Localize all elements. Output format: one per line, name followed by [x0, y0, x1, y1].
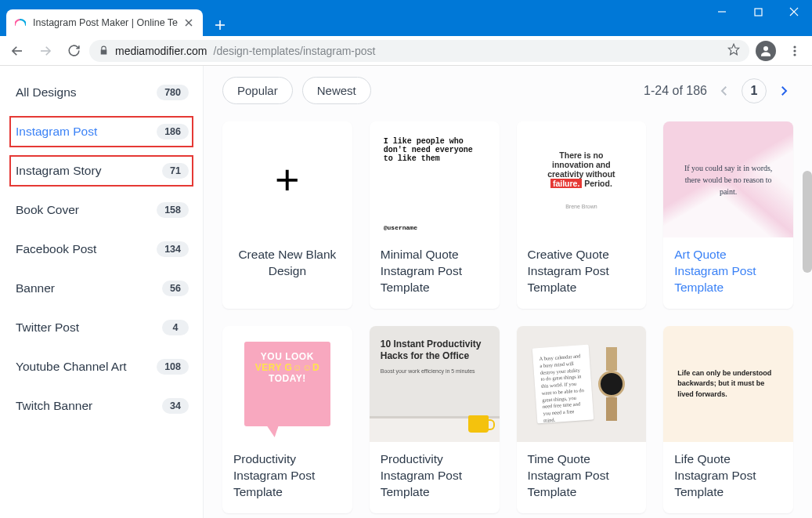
sidebar-item-count: 780	[157, 85, 189, 100]
sidebar-item-count: 71	[162, 163, 189, 179]
card-life-quote[interactable]: Life can only be understood backwards; b…	[663, 326, 793, 513]
sidebar-item-label: Instagram Post	[16, 125, 97, 139]
svg-point-13	[793, 49, 796, 52]
window-close-button[interactable]	[776, 0, 812, 24]
browser-tabs: Instagram Post Maker | Online Te	[0, 0, 704, 36]
sidebar-item-all-designs[interactable]: All Designs780	[9, 77, 193, 108]
sidebar-item-label: Twitter Post	[16, 321, 79, 335]
sidebar-item-count: 134	[157, 241, 189, 257]
card-create-blank[interactable]: + Create New Blank Design	[222, 121, 352, 309]
svg-point-11	[763, 46, 768, 51]
sidebar-item-twitter-post[interactable]: Twitter Post4	[9, 312, 193, 343]
sidebar-item-count: 186	[157, 124, 189, 139]
sidebar-item-label: Instagram Story	[16, 164, 101, 178]
main-area: Popular Newest 1-24 of 186 1 + Create Ne…	[204, 66, 812, 518]
sidebar-item-label: All Designs	[16, 85, 77, 100]
url-host: mediamodifier.com	[115, 45, 208, 57]
nav-forward-button[interactable]	[33, 38, 58, 63]
svg-point-12	[793, 45, 796, 48]
sidebar-item-count: 158	[157, 202, 189, 218]
pager-range: 1-24 of 186	[644, 84, 707, 98]
browser-menu-button[interactable]	[782, 38, 807, 63]
card-time-quote[interactable]: A busy calendar and a busy mind will des…	[517, 326, 647, 513]
plus-icon: +	[275, 155, 300, 204]
sidebar-item-label: Book Cover	[16, 203, 79, 217]
sidebar-item-instagram-story[interactable]: Instagram Story71	[9, 155, 193, 187]
tab-favicon	[14, 16, 27, 29]
sidebar-item-count: 108	[157, 359, 189, 375]
sidebar-item-count: 4	[162, 320, 189, 335]
sidebar-item-label: Facebook Post	[16, 242, 96, 256]
address-bar[interactable]: mediamodifier.com/design-templates/insta…	[89, 40, 749, 62]
filter-newest[interactable]: Newest	[302, 77, 371, 104]
pagination: 1-24 of 186 1	[644, 78, 793, 103]
card-thumb: I like people who don't need everyone to…	[370, 121, 500, 237]
svg-point-14	[793, 53, 796, 56]
sidebar-item-youtube-channel-art[interactable]: Youtube Channel Art108	[9, 351, 193, 382]
card-thumb: If you could say it in words, there woul…	[663, 121, 793, 237]
card-creative-quote[interactable]: There is no innovation and creativity wi…	[517, 121, 647, 309]
svg-marker-10	[728, 44, 738, 54]
window-minimize-button[interactable]	[704, 0, 740, 24]
card-thumb: There is no innovation and creativity wi…	[517, 121, 647, 237]
tab-close-icon[interactable]	[182, 16, 195, 29]
card-title: Minimal Quote Instagram Post Template	[381, 247, 489, 296]
thumb-username: @username	[384, 224, 485, 231]
sidebar-item-instagram-post[interactable]: Instagram Post186	[9, 116, 193, 147]
bookmark-star-icon[interactable]	[727, 43, 740, 58]
pager-current-page[interactable]: 1	[742, 78, 767, 103]
pager-prev-button[interactable]	[715, 82, 734, 100]
profile-avatar[interactable]	[756, 41, 776, 61]
card-title: Art Quote Instagram Post Template	[674, 247, 782, 296]
sidebar-item-count: 56	[162, 281, 189, 296]
nav-reload-button[interactable]	[61, 38, 86, 63]
sidebar-item-twitch-banner[interactable]: Twitch Banner34	[9, 390, 193, 422]
card-title: Create New Blank Design	[233, 247, 341, 280]
card-title: Productivity Instagram Post Template	[233, 451, 341, 501]
card-minimal-quote[interactable]: I like people who don't need everyone to…	[370, 121, 500, 309]
window-maximize-button[interactable]	[740, 0, 776, 24]
filter-popular[interactable]: Popular	[222, 77, 293, 104]
card-thumb: A busy calendar and a busy mind will des…	[517, 326, 647, 442]
card-thumb: 10 Instant Productivity Hacks for the Of…	[370, 326, 500, 442]
window-titlebar: Instagram Post Maker | Online Te	[0, 0, 812, 36]
card-title: Productivity Instagram Post Template	[381, 451, 489, 501]
card-productivity-pink[interactable]: YOU LOOK VERY G☺☺D TODAY! Productivity I…	[222, 326, 352, 513]
url-path: /design-templates/instagram-post	[214, 45, 376, 57]
nav-back-button[interactable]	[5, 38, 30, 63]
template-grid: + Create New Blank Design I like people …	[222, 121, 793, 513]
pager-next-button[interactable]	[774, 82, 793, 100]
card-art-quote[interactable]: If you could say it in words, there woul…	[663, 121, 793, 309]
card-thumb: YOU LOOK VERY G☺☺D TODAY!	[222, 326, 352, 442]
sidebar-item-book-cover[interactable]: Book Cover158	[9, 194, 193, 226]
sidebar-item-label: Twitch Banner	[16, 399, 92, 413]
sidebar-item-label: Youtube Channel Art	[16, 360, 127, 374]
card-productivity-office[interactable]: 10 Instant Productivity Hacks for the Of…	[370, 326, 500, 513]
browser-tab-active[interactable]: Instagram Post Maker | Online Te	[6, 9, 203, 36]
sidebar-item-count: 34	[162, 398, 189, 414]
sidebar-item-facebook-post[interactable]: Facebook Post134	[9, 234, 193, 265]
category-sidebar: All Designs780Instagram Post186Instagram…	[0, 66, 204, 518]
mug-icon	[468, 415, 489, 433]
card-title: Time Quote Instagram Post Template	[528, 451, 636, 501]
svg-rect-5	[755, 9, 762, 16]
window-controls	[704, 0, 812, 24]
card-thumb: +	[222, 121, 352, 237]
new-tab-button[interactable]	[209, 14, 231, 36]
sidebar-item-banner[interactable]: Banner56	[9, 273, 193, 304]
card-thumb: Life can only be understood backwards; b…	[663, 326, 793, 442]
lock-icon	[99, 45, 109, 56]
card-title: Life Quote Instagram Post Template	[674, 451, 782, 501]
thumb-text: I like people who don't need everyone to…	[384, 137, 485, 163]
scrollbar-thumb[interactable]	[803, 171, 812, 273]
tab-title: Instagram Post Maker | Online Te	[33, 17, 178, 28]
sidebar-item-label: Banner	[16, 281, 55, 295]
page-content: All Designs780Instagram Post186Instagram…	[0, 66, 812, 518]
browser-toolbar: mediamodifier.com/design-templates/insta…	[0, 36, 812, 66]
card-title: Creative Quote Instagram Post Template	[528, 247, 636, 296]
watch-icon	[596, 342, 627, 426]
filter-bar: Popular Newest 1-24 of 186 1	[222, 77, 793, 104]
